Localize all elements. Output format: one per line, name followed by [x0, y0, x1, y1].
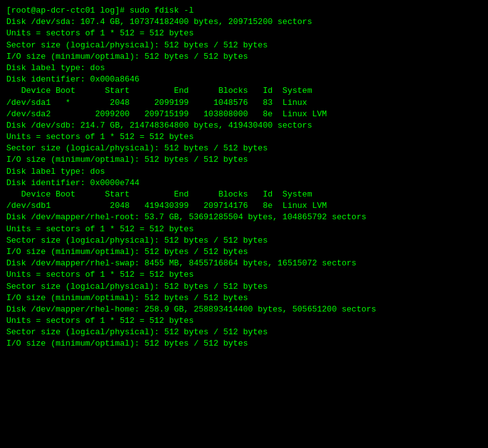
terminal-line: I/O size (minimum/optimal): 512 bytes / …	[6, 246, 482, 258]
terminal-line: Disk label type: dos	[6, 63, 482, 74]
terminal-content: Disk /dev/sda: 107.4 GB, 107374182400 by…	[6, 16, 482, 349]
terminal-output: [root@ap-dcr-ctc01 log]# sudo fdisk -l	[6, 5, 482, 16]
terminal-line: Sector size (logical/physical): 512 byte…	[6, 327, 482, 338]
terminal-line: Units = sectors of 1 * 512 = 512 bytes	[6, 28, 482, 39]
terminal-line: I/O size (minimum/optimal): 512 bytes / …	[6, 338, 482, 349]
terminal-line: Disk /dev/mapper/rhel-home: 258.9 GB, 25…	[6, 304, 482, 315]
terminal-line: Disk label type: dos	[6, 166, 482, 178]
terminal-line: Units = sectors of 1 * 512 = 512 bytes	[6, 131, 482, 143]
terminal-line: Disk /dev/mapper/rhel-root: 53.7 GB, 536…	[6, 212, 482, 223]
terminal-line: /dev/sdb1 2048 419430399 209714176 8e Li…	[6, 200, 482, 212]
terminal-line: Disk /dev/sda: 107.4 GB, 107374182400 by…	[6, 16, 482, 28]
terminal-line: /dev/sda1 * 2048 2099199 1048576 83 Linu…	[6, 97, 482, 109]
terminal-line: Sector size (logical/physical): 512 byte…	[6, 281, 482, 293]
terminal-line: Disk identifier: 0x0000e744	[6, 178, 482, 189]
terminal-line: Sector size (logical/physical): 512 byte…	[6, 40, 482, 51]
prompt-line: [root@ap-dcr-ctc01 log]# sudo fdisk -l	[6, 6, 193, 15]
terminal-line: Units = sectors of 1 * 512 = 512 bytes	[6, 269, 482, 281]
terminal-line: /dev/sda2 2099200 209715199 103808000 8e…	[6, 109, 482, 120]
terminal-line: Sector size (logical/physical): 512 byte…	[6, 235, 482, 246]
terminal-line: Disk /dev/mapper/rhel-swap: 8455 MB, 845…	[6, 258, 482, 269]
terminal-line: Sector size (logical/physical): 512 byte…	[6, 143, 482, 154]
terminal-line: I/O size (minimum/optimal): 512 bytes / …	[6, 293, 482, 304]
terminal-line: Device Boot Start End Blocks Id System	[6, 85, 482, 97]
terminal-line: I/O size (minimum/optimal): 512 bytes / …	[6, 51, 482, 63]
terminal-line: Units = sectors of 1 * 512 = 512 bytes	[6, 315, 482, 327]
terminal-line: Device Boot Start End Blocks Id System	[6, 189, 482, 200]
terminal-line: Disk /dev/sdb: 214.7 GB, 214748364800 by…	[6, 120, 482, 131]
terminal-line: Units = sectors of 1 * 512 = 512 bytes	[6, 224, 482, 235]
terminal-line: I/O size (minimum/optimal): 512 bytes / …	[6, 154, 482, 166]
terminal-line: Disk identifier: 0x000a8646	[6, 74, 482, 85]
